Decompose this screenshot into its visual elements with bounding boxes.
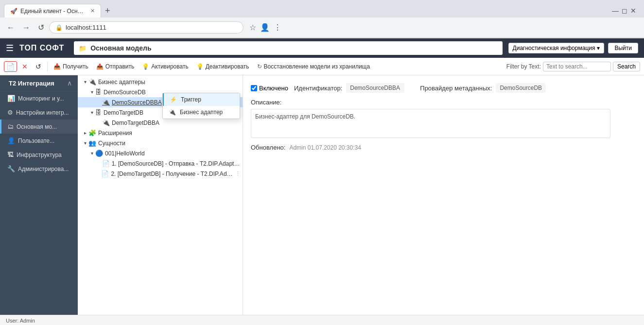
sidebar-item-model[interactable]: 🗂 Основная мо... — [0, 120, 78, 134]
infra-icon: 🏗 — [7, 151, 14, 158]
provider-field: Провайдер метаданных: DemoSourceDB — [420, 83, 546, 93]
hamburger-menu-icon[interactable]: ☰ — [6, 43, 14, 53]
deactivate-button[interactable]: 💡 Деактивировать — [193, 62, 252, 71]
description-section: Описание: Бизнес-адаптер для DemoSourceD… — [251, 99, 636, 138]
filter-input[interactable] — [543, 62, 611, 71]
tree-label-entity1: 1. [DemoSourceDB] - Отправка - T2.DIP.Ad… — [112, 160, 241, 167]
sidebar-item-infra[interactable]: 🏗 Инфраструктура — [0, 148, 78, 162]
model-icon: 🗂 — [7, 123, 14, 130]
forward-button[interactable]: → — [19, 21, 33, 34]
id-value: DemoSourceDBBA — [346, 83, 404, 93]
description-textarea[interactable]: Бизнес-адаптер для DemoSourceDB. — [251, 109, 610, 138]
new-tab-button[interactable]: + — [101, 6, 114, 16]
included-label: Включено — [259, 85, 288, 92]
expand-icon-dsdb: ▾ — [88, 89, 95, 95]
demo-source-db-icon: 🗄 — [95, 88, 102, 96]
provider-value: DemoSourceDB — [496, 83, 546, 93]
bookmark-star-icon[interactable]: ☆ — [249, 23, 256, 32]
provider-label: Провайдер метаданных: — [420, 85, 492, 92]
restore-button[interactable]: ↻ Восстановление модели из хранилища — [254, 62, 373, 71]
delete-button[interactable]: ✕ — [19, 61, 31, 72]
active-tab[interactable]: 🚀 Единый клиент - Основная мод... ✕ — [4, 4, 101, 17]
included-checkbox-field[interactable]: Включено — [251, 85, 288, 92]
sidebar-item-settings[interactable]: ⚙ Настройки интегр... — [0, 105, 78, 120]
expand-icon-ba: ▾ — [82, 79, 88, 85]
new-button[interactable]: 📄 — [4, 61, 17, 72]
deactivate-icon: 💡 — [196, 63, 204, 70]
activate-icon: 💡 — [142, 63, 149, 70]
chevron-down-icon: ▾ — [597, 45, 600, 51]
get-icon: 📥 — [53, 63, 61, 70]
sidebar-item-label-admin: Администрирова... — [18, 166, 69, 172]
address-bar[interactable]: 🔒 localhost:1111 — [49, 21, 244, 34]
tree-row-entity1[interactable]: 📄 1. [DemoSourceDB] - Отправка - T2.DIP.… — [78, 158, 243, 169]
hello-world-icon: 🔵 — [95, 150, 103, 157]
filter-label: Filter by Text: — [506, 63, 541, 70]
back-button[interactable]: ← — [4, 21, 17, 34]
sidebar-item-label-settings: Настройки интегр... — [16, 109, 69, 116]
more-options-icon[interactable]: ⋮ — [274, 23, 281, 32]
tree-row-business-adapters[interactable]: ▾ 🔌 Бизнес адаптеры — [78, 77, 243, 87]
expand-icon-dtdb: ▾ — [88, 110, 95, 115]
entities-icon: 👥 — [88, 139, 96, 147]
toolbar: 📄 ✕ ↺ 📥 Получить 📤 Отправить 💡 Активиров… — [0, 58, 644, 75]
dropdown-item-business-adapter[interactable]: 🔌 Бизнес адаптер — [163, 106, 240, 119]
refresh-button[interactable]: ↺ — [33, 61, 44, 72]
tree-row-entities[interactable]: ▾ 👥 Сущности — [78, 138, 243, 148]
delete-icon: ✕ — [22, 63, 28, 70]
sidebar-item-label-users: Пользовате... — [18, 137, 54, 144]
minimize-icon[interactable]: — — [612, 7, 619, 15]
updated-field: Обновлено: Admin 01.07.2020 20:30:34 — [251, 144, 636, 151]
demo-target-db-icon: 🗄 — [95, 109, 102, 116]
sidebar-item-admin[interactable]: 🔧 Администрирова... — [0, 162, 78, 176]
main-content: Т2 Интеграция ∧ 📊 Мониторинг и у... ⚙ На… — [0, 75, 644, 315]
tree-row-entity2[interactable]: 📄 2. [DemoTargetDB] - Получение - T2.DIP… — [78, 169, 243, 179]
activate-button[interactable]: 💡 Активировать — [139, 62, 191, 71]
tree-label-demo-source-db: DemoSourceDB — [104, 89, 146, 96]
detail-panel: Включено Идентификатор: DemoSourceDBBA П… — [243, 75, 644, 315]
business-adapter-icon: 🔌 — [169, 109, 176, 116]
restore-icon: ↻ — [257, 63, 262, 70]
updated-value: Admin 01.07.2020 20:30:34 — [289, 144, 361, 151]
sidebar: Т2 Интеграция ∧ 📊 Мониторинг и у... ⚙ На… — [0, 75, 78, 315]
tree-row-demo-target-dbba[interactable]: 🔌 DemoTargetDBBA — [78, 118, 243, 128]
tree-label-demo-source-dbba: DemoSourceDBBA — [112, 99, 162, 106]
send-button[interactable]: 📤 Отправить — [93, 62, 138, 71]
dropdown-item-ba-label: Бизнес адаптер — [180, 109, 223, 116]
browser-chrome: 🚀 Единый клиент - Основная мод... ✕ + — … — [0, 0, 644, 38]
settings-icon: ⚙ — [7, 109, 13, 116]
profile-icon[interactable]: 👤 — [260, 23, 270, 32]
close-icon[interactable]: ✕ — [630, 7, 636, 15]
business-adapters-icon: 🔌 — [88, 78, 96, 86]
sidebar-collapse-icon[interactable]: ∧ — [67, 79, 72, 87]
sidebar-item-users[interactable]: 👤 Пользовате... — [0, 134, 78, 148]
tab-bar: 🚀 Единый клиент - Основная мод... ✕ + — … — [0, 0, 644, 17]
restore-icon[interactable]: ◻ — [622, 7, 627, 15]
monitoring-icon: 📊 — [7, 95, 15, 102]
dropdown-item-trigger[interactable]: ⚡ Триггер — [163, 93, 240, 106]
tree-row-hello-world[interactable]: ▾ 🔵 001|HelloWorld — [78, 148, 243, 158]
sidebar-item-monitoring[interactable]: 📊 Мониторинг и у... — [0, 91, 78, 105]
tree-row-extensions[interactable]: ▸ 🧩 Расширения — [78, 128, 243, 138]
status-bar: User: Admin — [0, 315, 644, 325]
tree-label-demo-target-db: DemoTargetDB — [104, 109, 143, 116]
user-status: User: Admin — [6, 318, 35, 324]
id-label: Идентификатор: — [294, 85, 342, 92]
search-button[interactable]: Search — [613, 62, 640, 71]
logout-button[interactable]: Выйти — [608, 43, 638, 53]
sidebar-item-label-monitoring: Мониторинг и у... — [18, 95, 64, 102]
included-checkbox[interactable] — [251, 85, 257, 91]
diagnostic-label: Диагностическая информация — [513, 45, 595, 51]
demo-source-dbba-icon: 🔌 — [102, 99, 110, 106]
sidebar-header-text: Т2 Интеграция — [9, 80, 54, 87]
refresh-icon: ↺ — [35, 63, 41, 70]
tree-label-hello-world: 001|HelloWorld — [105, 150, 145, 157]
expand-icon-ext: ▸ — [82, 130, 88, 136]
top-bar: ☰ ТОП СОФТ 📁 Основная модель Диагностиче… — [0, 38, 644, 58]
top-bar-right: Диагностическая информация ▾ Выйти — [508, 43, 638, 53]
get-button[interactable]: 📥 Получить — [51, 62, 91, 71]
reload-button[interactable]: ↺ — [35, 21, 47, 34]
tab-close-icon[interactable]: ✕ — [90, 8, 95, 14]
address-text: localhost:1111 — [66, 24, 237, 31]
diagnostic-dropdown[interactable]: Диагностическая информация ▾ — [508, 43, 605, 53]
